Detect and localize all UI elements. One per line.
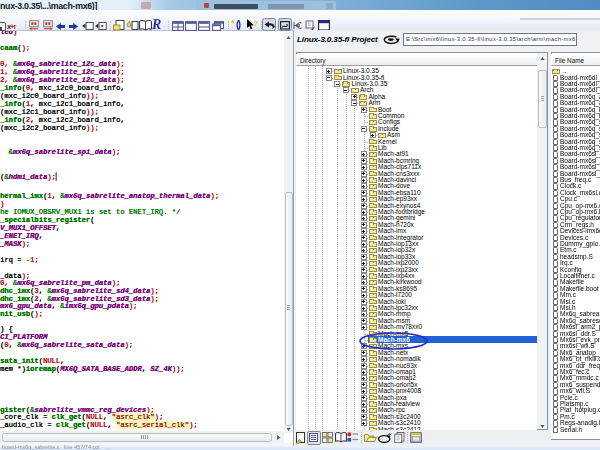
svg-text:?: ? xyxy=(253,19,258,28)
